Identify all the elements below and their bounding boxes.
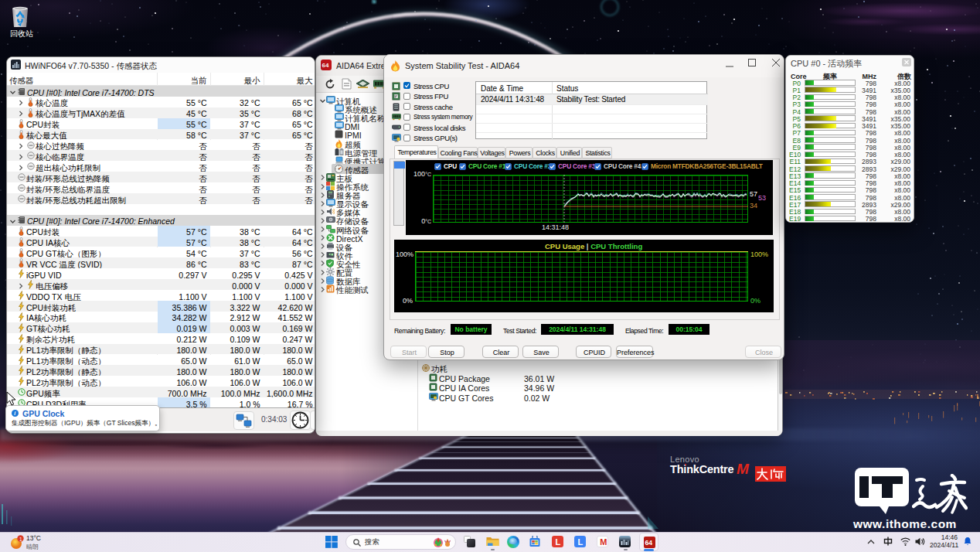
svg-text:1: 1 — [19, 537, 22, 542]
